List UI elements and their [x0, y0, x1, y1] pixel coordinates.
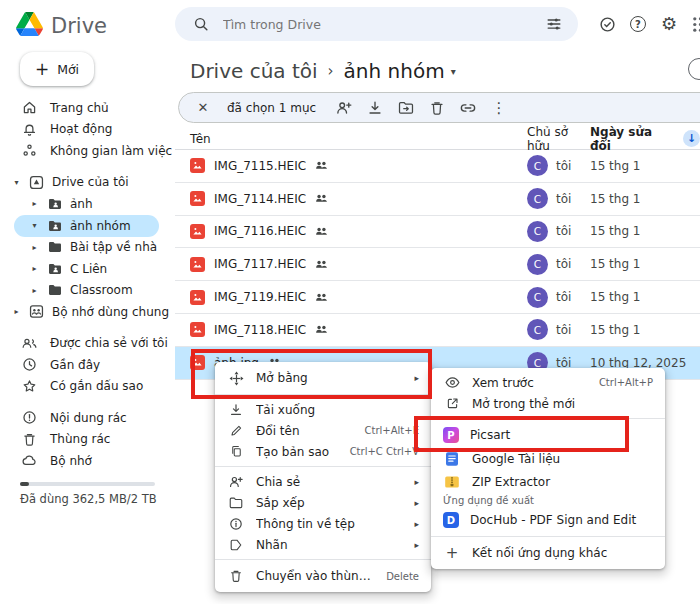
sidebar-item-folder-classroom[interactable]: ▸ Classroom [0, 280, 175, 302]
help-glyph: ? [635, 19, 641, 30]
submenu-item-dochub[interactable]: D DocHub - PDF Sign and Edit [431, 508, 665, 532]
misc-section: Nội dung rác Thùng rác [0, 407, 175, 472]
menu-item-share[interactable]: Chia sẻ ▸ [215, 471, 431, 492]
sidebar-item-folder-anh-nhom[interactable]: ▾ ảnh nhóm [14, 215, 159, 237]
file-row[interactable]: IMG_7119.HEIC C tôi 15 thg 1 [175, 281, 700, 314]
file-name: IMG_7118.HEIC [214, 323, 306, 337]
sidebar-item-my-drive[interactable]: ▾ Drive của tôi [0, 172, 175, 194]
expand-arrow-icon[interactable]: ▾ [30, 221, 39, 230]
modified-header-label: Ngày sửa đổi [590, 125, 677, 153]
expand-arrow-icon[interactable]: ▸ [12, 307, 21, 316]
menu-item-move-to-trash[interactable]: Chuyển vào thùng rác Delete [215, 564, 431, 588]
sidebar-item-label: Trang chủ [50, 101, 109, 115]
settings-gear-icon[interactable]: ⚙ [657, 12, 681, 36]
menu-item-labels[interactable]: Nhãn ▸ [215, 534, 431, 555]
move-to-folder-button[interactable] [395, 97, 417, 119]
column-header-modified[interactable]: Ngày sửa đổi ↓ [590, 125, 700, 153]
new-button[interactable]: + Mới [20, 52, 94, 86]
sidebar-item-label: ảnh [70, 197, 93, 211]
close-icon: ✕ [198, 100, 209, 115]
search-options-icon[interactable] [542, 12, 566, 36]
menu-item-label: Nhãn [256, 538, 403, 552]
menu-shortcut: Ctrl+Alt+P [599, 377, 653, 388]
clock-icon [21, 356, 38, 373]
menu-shortcut: Delete [386, 571, 419, 582]
help-icon[interactable]: ? [626, 12, 650, 36]
owner-header-label: Chủ sở hữu [527, 125, 590, 153]
menu-item-download[interactable]: Tải xuống [215, 399, 431, 420]
sidebar-item-storage[interactable]: Bộ nhớ [0, 450, 175, 472]
sidebar-item-recent[interactable]: Gần đây [0, 354, 175, 376]
sort-descending-icon[interactable]: ↓ [683, 130, 700, 147]
expand-arrow-icon[interactable]: ▸ [30, 264, 39, 273]
offline-status-icon[interactable] [595, 12, 619, 36]
menu-item-label: Google Tài liệu [472, 452, 653, 466]
image-file-icon [190, 257, 205, 272]
sidebar-item-spam[interactable]: Nội dung rác [0, 407, 175, 429]
file-row[interactable]: IMG_7117.HEIC C tôi 15 thg 1 [175, 248, 700, 281]
expand-arrow-icon[interactable]: ▸ [30, 286, 39, 295]
submenu-item-open-new-tab[interactable]: Mở trong thẻ mới [431, 393, 665, 414]
drive-logo[interactable]: Drive [16, 12, 107, 39]
sidebar-item-folder-c-lien[interactable]: ▸ C Liên [0, 258, 175, 280]
share-button[interactable] [333, 97, 355, 119]
image-file-icon [190, 290, 205, 305]
file-row[interactable]: IMG_7118.HEIC C tôi 15 thg 1 [175, 314, 700, 347]
sidebar-item-label: C Liên [70, 262, 107, 276]
clear-selection-button[interactable]: ✕ [192, 97, 214, 119]
sidebar-item-home[interactable]: Trang chủ [0, 97, 175, 119]
breadcrumb-current[interactable]: ảnh nhóm ▾ [344, 59, 456, 83]
person-add-icon [227, 474, 245, 490]
breadcrumb-current-label: ảnh nhóm [344, 59, 445, 83]
sidebar-item-folder-anh[interactable]: ▸ ảnh [0, 193, 175, 215]
sidebar-item-folder-bai-tap[interactable]: ▸ Bài tập về nhà [0, 237, 175, 259]
breadcrumb-root[interactable]: Drive của tôi [190, 59, 318, 83]
star-icon [21, 378, 38, 395]
column-header-owner[interactable]: Chủ sở hữu [527, 125, 590, 153]
download-button[interactable] [364, 97, 386, 119]
search-bar[interactable] [175, 7, 578, 41]
column-header-name[interactable]: Tên [175, 132, 527, 146]
sidebar-item-label: Hoạt động [50, 122, 112, 136]
file-row[interactable]: IMG_7115.HEIC C tôi 15 thg 1 [175, 150, 700, 183]
copy-link-button[interactable] [457, 97, 479, 119]
menu-item-make-copy[interactable]: Tạo bản sao Ctrl+C Ctrl+V [215, 441, 431, 462]
trash-button[interactable] [426, 97, 448, 119]
owner-avatar: C [527, 221, 548, 242]
sidebar-item-label: Gần đây [50, 358, 100, 372]
submenu-item-zip-extractor[interactable]: ZIP Extractor [431, 471, 665, 492]
sidebar-item-starred[interactable]: Có gắn dấu sao [0, 376, 175, 398]
details-icon-partial[interactable] [688, 58, 700, 80]
sidebar-item-shared-drives[interactable]: ▸ Bộ nhớ dùng chung [0, 301, 175, 323]
owner-name: tôi [556, 159, 571, 173]
shared-folder-icon [46, 218, 63, 234]
trash-icon [21, 431, 38, 448]
file-row[interactable]: IMG_7114.HEIC C tôi 15 thg 1 [175, 183, 700, 216]
sidebar-item-label: Được chia sẻ với tôi [50, 336, 168, 350]
owner-name: tôi [556, 224, 571, 238]
submenu-item-preview[interactable]: Xem trước Ctrl+Alt+P [431, 372, 665, 393]
expand-arrow-icon[interactable]: ▾ [12, 178, 21, 187]
sidebar-item-workspaces[interactable]: Không gian làm việc [0, 140, 175, 162]
expand-arrow-icon[interactable]: ▸ [30, 199, 39, 208]
shared-section: Được chia sẻ với tôi Gần đây [0, 333, 175, 398]
menu-divider [215, 559, 431, 560]
modified-date: 15 thg 1 [590, 159, 700, 173]
menu-item-organize[interactable]: Sắp xếp ▸ [215, 492, 431, 513]
sidebar-item-label: Bài tập về nhà [70, 240, 157, 254]
more-actions-button[interactable]: ⋮ [488, 97, 510, 119]
menu-item-file-info[interactable]: Thông tin về tệp ▸ [215, 513, 431, 534]
apps-grid-icon[interactable] [688, 12, 700, 36]
search-input[interactable] [223, 17, 532, 32]
home-icon [21, 99, 38, 116]
file-name: IMG_7119.HEIC [214, 290, 306, 304]
sidebar-item-label: Bộ nhớ dùng chung [52, 305, 169, 319]
sidebar-item-shared-with-me[interactable]: Được chia sẻ với tôi [0, 333, 175, 355]
sidebar-item-trash[interactable]: Thùng rác [0, 429, 175, 451]
menu-item-rename[interactable]: Đổi tên Ctrl+Alt+E [215, 420, 431, 441]
file-row[interactable]: IMG_7116.HEIC C tôi 15 thg 1 [175, 216, 700, 249]
submenu-item-connect-more-apps[interactable]: + Kết nối ứng dụng khác [431, 541, 665, 565]
sidebar-item-activity[interactable]: Hoạt động [0, 119, 175, 141]
shared-people-icon [315, 159, 328, 172]
expand-arrow-icon[interactable]: ▸ [30, 243, 39, 252]
